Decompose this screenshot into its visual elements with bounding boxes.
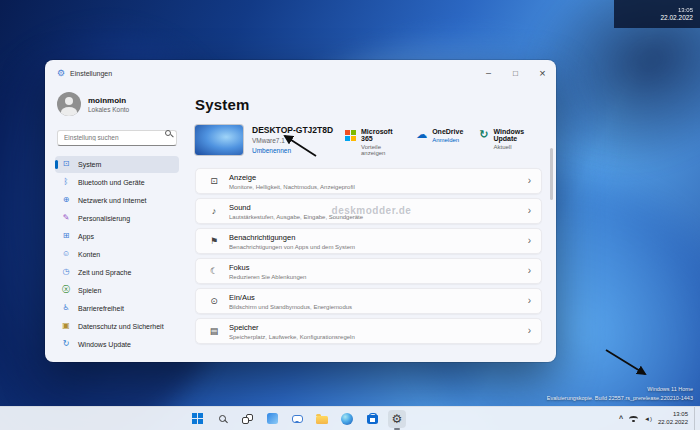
row-title: Fokus [229,263,306,272]
onedrive-card[interactable]: OneDrive Anmelden [416,128,463,156]
widgets-button[interactable] [263,410,281,428]
settings-rows: Anzeige Monitore, Helligkeit, Nachtmodus… [195,168,542,344]
minimize-button[interactable] [475,60,502,86]
chevron-right-icon [528,296,531,306]
settings-main-pane: System DESKTOP-GTJ2T8D VMware7.1 Umbenen… [187,86,556,362]
start-button[interactable] [188,410,206,428]
settings-taskbar-button[interactable] [388,410,406,428]
settings-search [57,126,177,146]
row-focus[interactable]: Fokus Reduzieren Sie Ablenkungen [195,258,542,284]
taskbar: 13:05 22.02.2022 [0,406,700,430]
card-subtitle: Vorteile anzeigen [361,144,400,156]
sidebar-item-accessibility[interactable]: Barrierefreiheit [55,300,179,317]
window-controls [475,60,556,86]
row-subtitle: Benachrichtigungen von Apps und dem Syst… [229,244,355,250]
sidebar-item-label: Datenschutz und Sicherheit [78,323,164,330]
taskbar-icons [188,407,406,430]
sidebar-item-accounts[interactable]: Konten [55,246,179,263]
settings-sidebar: moinmoin Lokales Konto System [45,86,187,362]
system-tray: 13:05 22.02.2022 [619,407,697,430]
windows-update-icon [61,340,71,348]
desktop: 13:05 22.02.2022 Einstellungen [0,0,700,430]
row-notifications[interactable]: Benachrichtigungen Benachrichtigungen vo… [195,228,542,254]
chevron-right-icon [528,266,531,276]
row-title: Sound [229,203,363,212]
annotation-arrow-watermark [606,350,645,374]
gear-icon [392,413,403,425]
device-wallpaper-thumbnail [195,125,243,155]
sidebar-item-system[interactable]: System [55,156,179,173]
sidebar-item-windows-update[interactable]: Windows Update [55,336,179,353]
sidebar-item-privacy[interactable]: Datenschutz und Sicherheit [55,318,179,335]
row-power[interactable]: Ein/Aus Bildschirm und Standbymodus, Ene… [195,288,542,314]
task-view-button[interactable] [238,410,256,428]
card-title: Windows Update [494,128,542,142]
network-status-icon[interactable] [629,416,638,422]
tray-overflow-chevron-icon[interactable] [619,415,623,422]
row-storage[interactable]: Speicher Speicherplatz, Laufwerke, Konfi… [195,318,542,344]
taskbar-search-button[interactable] [213,410,231,428]
open-app-indicator [394,428,400,430]
notifications-icon [206,237,222,246]
avatar-head-shape [65,97,73,105]
sidebar-item-label: Konten [78,251,100,258]
user-account-block[interactable]: moinmoin Lokales Konto [57,92,179,116]
device-header: DESKTOP-GTJ2T8D VMware7.1 Umbenennen Mic… [195,125,542,156]
build-watermark-build: Evaluierungskopie. Build 22557.rs_prerel… [547,394,693,403]
device-name: DESKTOP-GTJ2T8D [252,125,345,135]
settings-window: Einstellungen moinmoin Lokales Konto [45,60,556,362]
sidebar-item-time-language[interactable]: Zeit und Sprache [55,264,179,281]
rename-link[interactable]: Umbenennen [252,147,345,154]
row-subtitle: Bildschirm und Standbymodus, Energiemodu… [229,304,352,310]
row-title: Ein/Aus [229,293,352,302]
card-title: Microsoft 365 [361,128,400,142]
avatar-body-shape [61,107,77,116]
row-subtitle: Lautstärkestufen, Ausgabe, Eingabe, Soun… [229,214,363,220]
row-subtitle: Monitore, Helligkeit, Nachtmodus, Anzeig… [229,184,355,190]
build-watermark: Windows 11 Home Evaluierungskopie. Build… [547,385,693,403]
bluetooth-icon [61,178,71,186]
store-button[interactable] [363,410,381,428]
device-model: VMware7.1 [252,137,345,144]
sidebar-item-label: Spielen [78,287,101,294]
chevron-right-icon [528,236,531,246]
apps-icon [61,232,71,240]
row-sound[interactable]: Sound Lautstärkestufen, Ausgabe, Eingabe… [195,198,542,224]
scrollbar[interactable] [550,148,553,200]
clock-date: 22.02.2022 [658,419,688,427]
maximize-button[interactable] [502,60,529,86]
edge-button[interactable] [338,410,356,428]
display-icon [206,177,222,186]
storage-icon [206,327,222,336]
window-titlebar[interactable]: Einstellungen [45,60,556,86]
row-display[interactable]: Anzeige Monitore, Helligkeit, Nachtmodus… [195,168,542,194]
taskbar-clock[interactable]: 13:05 22.02.2022 [658,411,688,427]
search-input[interactable] [57,130,177,146]
file-explorer-button[interactable] [313,410,331,428]
clock-time: 13:05 [673,411,688,419]
privacy-icon [61,322,71,330]
focus-icon [206,267,222,276]
sidebar-item-apps[interactable]: Apps [55,228,179,245]
search-icon [165,130,171,136]
close-button[interactable] [529,60,556,86]
chat-button[interactable] [288,410,306,428]
volume-icon[interactable] [644,416,652,422]
power-icon [206,297,222,306]
page-title: System [195,96,542,113]
user-name: moinmoin [88,96,129,105]
show-desktop-button[interactable] [694,407,697,430]
sidebar-item-personalization[interactable]: Personalisierung [55,210,179,227]
sidebar-item-network[interactable]: Netzwerk und Internet [55,192,179,209]
store-icon [367,415,378,424]
sidebar-item-bluetooth[interactable]: Bluetooth und Geräte [55,174,179,191]
microsoft-365-card[interactable]: Microsoft 365 Vorteile anzeigen [345,128,400,156]
window-title: Einstellungen [70,70,112,77]
windows-update-card[interactable]: Windows Update Aktuell [479,128,542,156]
quick-cards: Microsoft 365 Vorteile anzeigen OneDrive… [345,125,542,156]
row-title: Anzeige [229,173,355,182]
edge-icon [341,413,353,425]
sidebar-item-gaming[interactable]: Spielen [55,282,179,299]
sidebar-item-label: Windows Update [78,341,131,348]
sidebar-item-label: Personalisierung [78,215,130,222]
